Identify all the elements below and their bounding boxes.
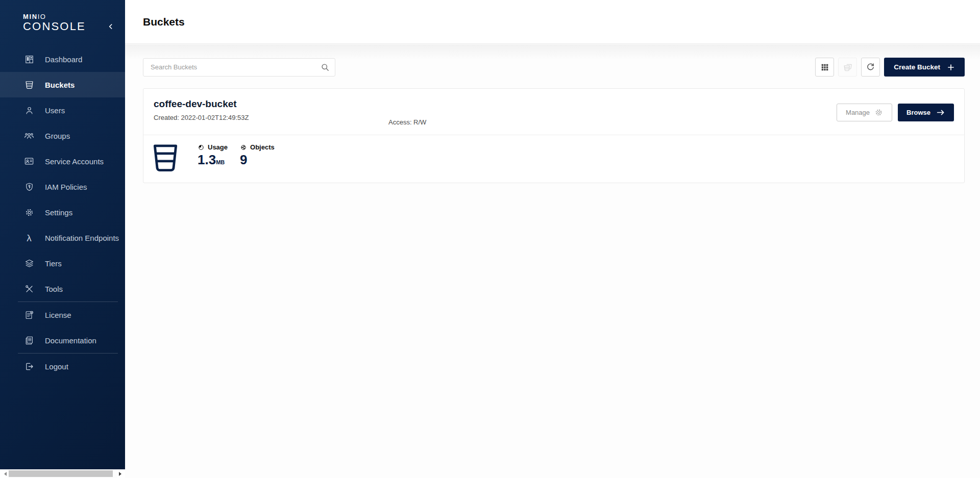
search-input[interactable]: [143, 58, 335, 77]
create-bucket-label: Create Bucket: [894, 63, 940, 71]
sidebar-item-tiers[interactable]: Tiers: [0, 250, 125, 276]
sidebar-item-tools[interactable]: Tools: [0, 276, 125, 301]
sidebar-item-buckets[interactable]: Buckets: [0, 72, 125, 97]
scroll-left-arrow[interactable]: [0, 469, 8, 478]
dashboard-icon: [24, 54, 34, 64]
sidebar-item-notification-endpoints[interactable]: λ Notification Endpoints: [0, 225, 125, 250]
toolbar-actions: Create Bucket: [815, 58, 965, 77]
usage-metric: Usage 1.3MB: [198, 143, 228, 167]
sidebar-item-label: Service Accounts: [45, 157, 104, 166]
sidebar-item-label: IAM Policies: [45, 183, 87, 191]
bucket-metrics: Usage 1.3MB Objects 9: [143, 135, 964, 183]
sidebar-item-label: Notification Endpoints: [45, 234, 119, 242]
sidebar-item-service-accounts[interactable]: Service Accounts: [0, 148, 125, 174]
create-bucket-button[interactable]: Create Bucket: [884, 58, 965, 77]
brand-minio: MINIO: [23, 13, 125, 20]
manage-label: Manage: [846, 109, 870, 116]
bucket-card: coffee-dev-bucket Created: 2022-01-02T12…: [143, 88, 965, 183]
sidebar-item-label: Dashboard: [45, 55, 82, 64]
bucket-name[interactable]: coffee-dev-bucket: [154, 98, 954, 110]
main-area: Buckets: [125, 0, 980, 478]
minio-console-logo: MINIO CONSOLE: [0, 0, 125, 33]
users-icon: [24, 105, 34, 115]
sidebar-item-label: Logout: [45, 362, 68, 371]
bucket-created: Created: 2022-01-02T12:49:53Z: [154, 114, 954, 121]
groups-icon: [24, 131, 34, 141]
browse-button[interactable]: Browse: [898, 104, 954, 121]
scrollbar-track[interactable]: [8, 469, 117, 478]
sidebar-item-settings[interactable]: Settings: [0, 199, 125, 225]
documentation-icon: [24, 335, 34, 345]
tiers-layers-icon: [24, 258, 34, 268]
bucket-card-buttons: Manage Browse: [837, 104, 954, 121]
sidebar-collapse-button[interactable]: [105, 20, 117, 33]
iam-policies-icon: [24, 182, 34, 192]
browse-label: Browse: [906, 109, 930, 116]
usage-pie-icon: [198, 144, 205, 151]
sidebar-item-label: Groups: [45, 132, 70, 140]
sidebar-item-logout[interactable]: Logout: [0, 354, 125, 379]
sidebar-item-iam-policies[interactable]: IAM Policies: [0, 174, 125, 199]
grid-view-icon: [820, 63, 829, 72]
chevron-left-icon: [107, 22, 115, 31]
grid-view-button[interactable]: [815, 58, 834, 77]
sidebar-nav: Dashboard Buckets Users Groups Service A: [0, 46, 125, 379]
arrow-right-icon: [936, 109, 945, 116]
scroll-right-arrow[interactable]: [117, 469, 125, 478]
page-title: Buckets: [143, 16, 185, 28]
bucket-access: Access: R/W: [388, 118, 426, 126]
service-accounts-icon: [24, 156, 34, 166]
search-box: [143, 58, 335, 77]
content-area: Create Bucket coffee-dev-bucket Created:…: [125, 44, 980, 478]
objects-value: 9: [240, 153, 275, 167]
sidebar-item-documentation[interactable]: Documentation: [0, 328, 125, 353]
bucket-icon: [153, 143, 178, 173]
sidebar-item-license[interactable]: License: [0, 302, 125, 328]
refresh-icon: [866, 62, 875, 72]
bucket-card-header: coffee-dev-bucket Created: 2022-01-02T12…: [143, 89, 964, 135]
sidebar-item-label: Settings: [45, 208, 72, 217]
multiple-buckets-icon: [843, 62, 853, 72]
sidebar: MINIO CONSOLE Dashboard Buckets Users: [0, 0, 125, 469]
objects-metric: Objects 9: [240, 143, 275, 167]
gear-icon: [874, 108, 883, 117]
buckets-toolbar: Create Bucket: [125, 44, 980, 77]
sidebar-item-label: Tiers: [45, 259, 62, 268]
lambda-icon: λ: [24, 233, 34, 243]
multiple-buckets-button: [838, 58, 857, 77]
refresh-button[interactable]: [861, 58, 880, 77]
usage-value: 1.3: [198, 152, 216, 167]
plus-icon: [947, 63, 955, 71]
sidebar-item-label: Documentation: [45, 336, 96, 345]
objects-icon: [240, 144, 247, 151]
manage-button[interactable]: Manage: [837, 104, 892, 121]
license-icon: [24, 310, 34, 320]
scrollbar-thumb[interactable]: [9, 470, 113, 477]
usage-unit: MB: [216, 159, 225, 165]
sidebar-item-label: Buckets: [45, 81, 75, 89]
sidebar-horizontal-scrollbar: [0, 469, 125, 478]
buckets-icon: [24, 80, 34, 90]
sidebar-item-users[interactable]: Users: [0, 97, 125, 123]
page-header: Buckets: [125, 0, 980, 44]
sidebar-item-groups[interactable]: Groups: [0, 123, 125, 148]
search-icon: [320, 62, 330, 72]
sidebar-item-label: License: [45, 311, 71, 319]
logout-icon: [24, 361, 34, 371]
sidebar-item-label: Users: [45, 106, 65, 115]
sidebar-item-label: Tools: [45, 285, 63, 293]
sidebar-item-dashboard[interactable]: Dashboard: [0, 46, 125, 72]
tools-icon: [24, 284, 34, 294]
objects-label: Objects: [250, 143, 275, 151]
usage-label: Usage: [208, 143, 228, 151]
settings-gear-icon: [24, 207, 34, 217]
